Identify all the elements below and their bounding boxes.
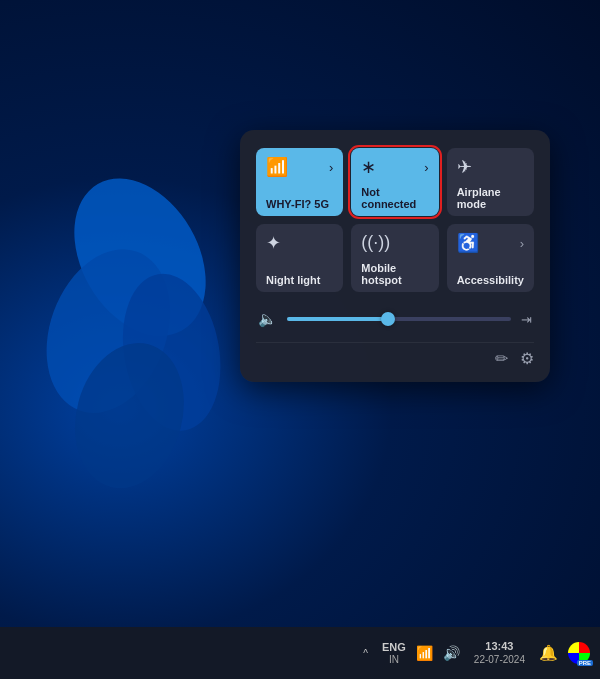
- bluetooth-tile[interactable]: ∗ › Not connected: [351, 148, 438, 216]
- tray-chevron-icon[interactable]: ^: [363, 648, 368, 659]
- language-top: ENG: [382, 641, 406, 653]
- wifi-tile[interactable]: 📶 › WHY-FI? 5G: [256, 148, 343, 216]
- wifi-chevron-icon[interactable]: ›: [329, 160, 333, 175]
- bluetooth-label: Not connected: [361, 184, 428, 210]
- nightlight-label: Night light: [266, 272, 320, 286]
- settings-icon[interactable]: ⚙: [520, 349, 534, 368]
- tile-top-airplane: ✈: [457, 156, 524, 178]
- tile-top-hotspot: ((·)): [361, 232, 428, 253]
- bluetooth-chevron-icon[interactable]: ›: [424, 160, 428, 175]
- accessibility-tile[interactable]: ♿ › Accessibility: [447, 224, 534, 292]
- tile-top-bluetooth: ∗ ›: [361, 156, 428, 178]
- edit-icon[interactable]: ✏: [495, 349, 508, 368]
- color-wheel-container[interactable]: PRE: [568, 642, 590, 664]
- volume-row: 🔈 ⇥: [256, 306, 534, 332]
- taskbar-wifi-icon[interactable]: 📶: [416, 645, 433, 661]
- tile-top-accessibility: ♿ ›: [457, 232, 524, 254]
- language-bottom: IN: [389, 654, 399, 665]
- volume-speaker-icon: 🔈: [258, 310, 277, 328]
- quick-settings-panel: 📶 › WHY-FI? 5G ∗ › Not connected ✈ Airpl…: [240, 130, 550, 382]
- wifi-icon: 📶: [266, 156, 288, 178]
- notification-bell-icon[interactable]: 🔔: [539, 644, 558, 662]
- airplane-label: Airplane mode: [457, 184, 524, 210]
- wifi-label: WHY-FI? 5G: [266, 196, 329, 210]
- accessibility-chevron-icon[interactable]: ›: [520, 236, 524, 251]
- volume-fill: [287, 317, 388, 321]
- taskbar-volume-icon[interactable]: 🔊: [443, 645, 460, 661]
- hotspot-label: Mobile hotspot: [361, 260, 428, 286]
- hotspot-tile[interactable]: ((·)) Mobile hotspot: [351, 224, 438, 292]
- nightlight-icon: ✦: [266, 232, 281, 254]
- quick-tiles-grid: 📶 › WHY-FI? 5G ∗ › Not connected ✈ Airpl…: [256, 148, 534, 292]
- taskbar: ^ ENG IN 📶 🔊 13:43 22-07-2024 🔔 PRE: [0, 627, 600, 679]
- volume-slider[interactable]: [287, 317, 511, 321]
- airplane-icon: ✈: [457, 156, 472, 178]
- hotspot-icon: ((·)): [361, 232, 390, 253]
- tile-top-nightlight: ✦: [266, 232, 333, 254]
- accessibility-label: Accessibility: [457, 272, 524, 286]
- volume-output-icon: ⇥: [521, 312, 532, 327]
- accessibility-icon: ♿: [457, 232, 479, 254]
- system-tray-overflow[interactable]: ^: [363, 648, 368, 659]
- panel-bottom: ✏ ⚙: [256, 342, 534, 368]
- windows-logo: [30, 120, 250, 500]
- pre-badge: PRE: [577, 660, 593, 666]
- language-indicator[interactable]: ENG IN: [382, 641, 406, 664]
- speaker-output-icon: ⇥: [521, 312, 532, 327]
- taskbar-time: 13:43: [485, 640, 513, 653]
- tile-top-wifi: 📶 ›: [266, 156, 333, 178]
- volume-thumb[interactable]: [381, 312, 395, 326]
- nightlight-tile[interactable]: ✦ Night light: [256, 224, 343, 292]
- airplane-tile[interactable]: ✈ Airplane mode: [447, 148, 534, 216]
- taskbar-clock[interactable]: 13:43 22-07-2024: [474, 640, 525, 665]
- taskbar-date: 22-07-2024: [474, 654, 525, 666]
- bluetooth-icon: ∗: [361, 156, 376, 178]
